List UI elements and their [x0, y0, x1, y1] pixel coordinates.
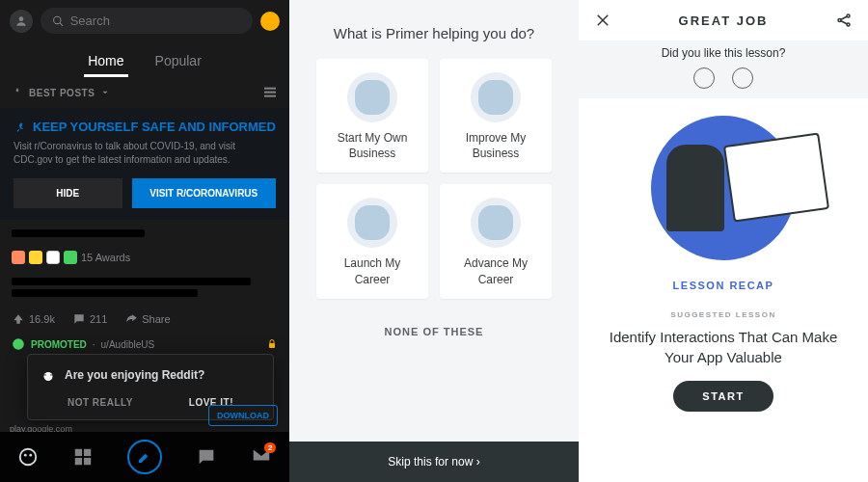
avatar[interactable] — [10, 10, 33, 33]
svg-rect-4 — [264, 92, 276, 94]
feedback-row: Did you like this lesson? — [579, 40, 868, 98]
card-start-business[interactable]: Start My Own Business — [316, 59, 428, 173]
rating-prompt-text: Are you enjoying Reddit? — [65, 368, 204, 382]
svg-rect-15 — [84, 449, 91, 456]
svg-point-1 — [54, 16, 61, 23]
promoted-icon — [12, 337, 25, 351]
search-icon — [52, 14, 65, 28]
svg-line-24 — [841, 21, 847, 24]
rocket-icon — [12, 87, 23, 98]
card-illustration — [471, 72, 521, 122]
banner-body: Visit r/Coronavirus to talk about COVID-… — [14, 140, 276, 167]
post[interactable] — [0, 220, 289, 247]
banner-title: KEEP YOURSELF SAFE AND INFORMED — [14, 120, 276, 134]
upvote-button[interactable]: 16.9k — [12, 312, 55, 326]
search-input[interactable] — [70, 13, 241, 28]
primer-complete-screen: GREAT JOB Did you like this lesson? LESS… — [579, 0, 868, 482]
svg-point-8 — [44, 372, 53, 381]
card-illustration — [347, 72, 397, 122]
svg-line-23 — [841, 16, 847, 19]
award-icon — [46, 251, 60, 264]
svg-point-21 — [847, 14, 850, 17]
announcement-banner: KEEP YOURSELF SAFE AND INFORMED Visit r/… — [0, 108, 289, 220]
skip-button[interactable]: Skip this for now › — [289, 442, 579, 482]
suggested-label: SUGGESTED LESSON — [579, 310, 868, 319]
coin-icon[interactable] — [260, 12, 280, 31]
award-icon — [12, 251, 25, 264]
award-icon — [29, 251, 42, 264]
card-illustration — [347, 198, 397, 248]
happy-face-button[interactable] — [732, 67, 753, 89]
nav-chat-icon[interactable] — [196, 446, 217, 468]
svg-line-2 — [60, 22, 63, 25]
svg-point-11 — [19, 449, 36, 466]
lock-icon — [266, 338, 278, 350]
svg-point-6 — [13, 338, 24, 350]
svg-point-0 — [19, 16, 24, 21]
nav-inbox[interactable]: 2 — [251, 444, 272, 469]
share-icon[interactable] — [835, 12, 853, 29]
hero-illustration — [579, 98, 868, 268]
top-bar — [0, 0, 289, 41]
chevron-down-icon — [100, 88, 110, 97]
svg-point-10 — [50, 374, 52, 376]
share-button[interactable]: Share — [124, 312, 170, 326]
start-button[interactable]: START — [673, 381, 773, 412]
svg-rect-16 — [75, 458, 82, 465]
tab-home[interactable]: Home — [84, 47, 127, 77]
card-advance-career[interactable]: Advance My Career — [440, 184, 552, 298]
lesson-recap-link[interactable]: LESSON RECAP — [579, 268, 868, 310]
svg-rect-17 — [84, 458, 91, 465]
search-bar[interactable] — [41, 8, 253, 34]
nav-grid-icon[interactable] — [72, 446, 94, 468]
tab-popular[interactable]: Popular — [151, 47, 205, 77]
promoted-user: u/AudibleUS — [101, 339, 155, 350]
svg-rect-14 — [75, 449, 82, 456]
onboarding-question: What is Primer helping you do? — [289, 0, 579, 59]
awards-row[interactable]: 15 Awards — [0, 247, 289, 268]
card-illustration — [471, 198, 521, 248]
feedback-question: Did you like this lesson? — [579, 46, 868, 60]
bottom-nav: 2 — [0, 432, 289, 482]
page-title: GREAT JOB — [679, 13, 769, 28]
snoo-icon — [40, 366, 57, 384]
primer-onboarding-screen: What is Primer helping you do? Start My … — [289, 0, 579, 482]
sad-face-button[interactable] — [693, 67, 715, 89]
card-improve-business[interactable]: Improve My Business — [440, 59, 552, 173]
comments-button[interactable]: 211 — [72, 312, 107, 326]
award-icon — [64, 251, 77, 264]
close-icon[interactable] — [594, 12, 611, 29]
svg-point-22 — [847, 23, 850, 26]
view-mode-icon[interactable] — [262, 85, 278, 100]
svg-point-13 — [29, 454, 32, 457]
svg-rect-3 — [264, 88, 276, 90]
inbox-badge: 2 — [264, 442, 276, 453]
hide-button[interactable]: HIDE — [14, 178, 122, 208]
top-bar: GREAT JOB — [579, 0, 868, 40]
svg-rect-7 — [269, 343, 275, 348]
svg-point-20 — [838, 19, 841, 22]
sort-row[interactable]: BEST POSTS — [0, 77, 289, 108]
feed-tabs: Home Popular — [0, 41, 289, 77]
nav-home-icon[interactable] — [17, 446, 39, 468]
promoted-badge: PROMOTED — [31, 339, 87, 350]
not-really-button[interactable]: NOT REALLY — [68, 397, 133, 408]
card-launch-career[interactable]: Launch My Career — [316, 184, 428, 298]
awards-count: 15 Awards — [81, 252, 130, 263]
compose-button[interactable] — [127, 440, 162, 474]
suggested-title: Identify Interactions That Can Make Your… — [579, 319, 868, 381]
visit-button[interactable]: VISIT R/CORONAVIRUS — [132, 178, 277, 208]
svg-point-12 — [23, 454, 26, 457]
pin-icon — [14, 120, 27, 134]
svg-rect-5 — [264, 95, 276, 97]
none-of-these-button[interactable]: NONE OF THESE — [289, 299, 579, 361]
sort-label: BEST POSTS — [29, 88, 95, 98]
download-button[interactable]: DOWNLOAD — [208, 405, 278, 426]
reddit-screen: Home Popular BEST POSTS KEEP YOURSELF SA… — [0, 0, 289, 482]
svg-point-9 — [44, 374, 46, 376]
post-actions: 16.9k 211 Share — [0, 307, 289, 332]
